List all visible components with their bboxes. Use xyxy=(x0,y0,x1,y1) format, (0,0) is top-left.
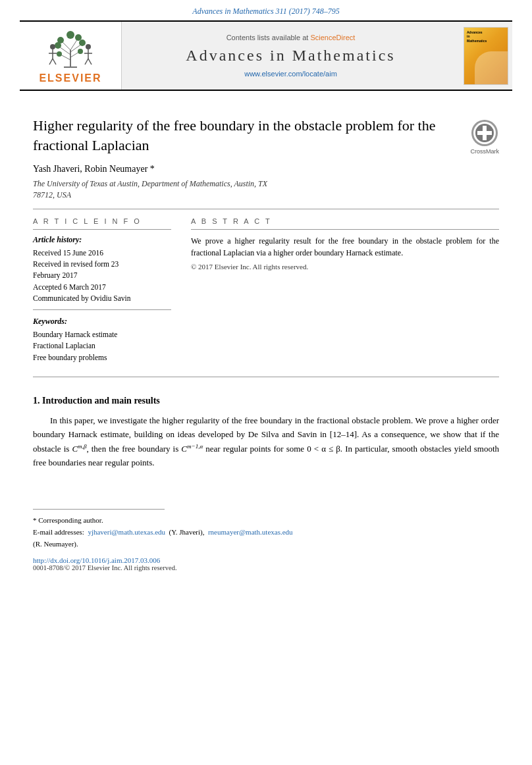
svg-point-20 xyxy=(86,44,91,49)
communicated-by: Communicated by Ovidiu Savin xyxy=(33,293,171,304)
keyword-2: Fractional Laplacian xyxy=(33,340,171,352)
crossmark-label: CrossMark xyxy=(470,148,499,155)
divider-after-affiliation xyxy=(33,209,499,209)
received-revised-2: February 2017 xyxy=(33,270,171,281)
received-revised: Received in revised form 23 xyxy=(33,259,171,270)
email-1-link[interactable]: yjhaveri@math.utexas.edu xyxy=(88,528,165,536)
footnote-divider xyxy=(33,509,165,510)
svg-line-5 xyxy=(62,41,70,50)
journal-name-display: Advances in Mathematics xyxy=(186,47,395,65)
article-info-column: A R T I C L E I N F O Article history: R… xyxy=(33,217,171,363)
info-header-divider xyxy=(33,229,171,230)
elsevier-tree-icon xyxy=(41,27,100,70)
doi-link[interactable]: http://dx.doi.org/10.1016/j.aim.2017.03.… xyxy=(33,556,499,564)
elsevier-logo-section: ELSEVIER xyxy=(20,22,122,90)
svg-line-18 xyxy=(49,59,53,65)
accepted-date: Accepted 6 March 2017 xyxy=(33,282,171,293)
email-addresses-line: E-mail addresses: yjhaveri@math.utexas.e… xyxy=(33,527,499,539)
svg-point-8 xyxy=(78,49,83,54)
section-1-heading: 1. Introduction and main results xyxy=(33,396,499,406)
keyword-1: Boundary Harnack estimate xyxy=(33,329,171,340)
authors-line: Yash Jhaveri, Robin Neumayer * xyxy=(33,164,499,174)
keywords-label: Keywords: xyxy=(33,317,171,327)
journal-url-display[interactable]: www.elsevier.com/locate/aim xyxy=(244,70,337,78)
journal-center-info: Contents lists available at ScienceDirec… xyxy=(122,22,460,90)
svg-point-7 xyxy=(57,51,62,57)
svg-rect-29 xyxy=(477,131,492,135)
affiliation-line: The University of Texas at Austin, Depar… xyxy=(33,178,499,201)
contents-available-text: Contents lists available at ScienceDirec… xyxy=(226,34,356,41)
svg-line-2 xyxy=(70,52,79,57)
journal-reference: Advances in Mathematics 311 (2017) 748–7… xyxy=(0,0,532,20)
svg-line-1 xyxy=(61,55,70,60)
main-content-area: Higher regularity of the free boundary i… xyxy=(0,91,532,585)
svg-line-6 xyxy=(70,39,78,50)
journal-header: ELSEVIER Contents lists available at Sci… xyxy=(20,20,512,91)
info-mid-divider xyxy=(33,309,171,310)
intro-paragraph: In this paper, we investigate the higher… xyxy=(33,414,499,470)
cover-image: AdvancesinMathematics xyxy=(464,27,508,85)
svg-point-12 xyxy=(75,34,82,41)
svg-line-23 xyxy=(85,59,88,65)
info-abstract-columns: A R T I C L E I N F O Article history: R… xyxy=(33,217,499,363)
abstract-header-divider xyxy=(191,229,499,230)
received-date-1: Received 15 June 2016 xyxy=(33,248,171,259)
keywords-section: Keywords: Boundary Harnack estimate Frac… xyxy=(33,317,171,363)
crossmark-icon xyxy=(471,119,498,147)
abstract-header: A B S T R A C T xyxy=(191,217,499,225)
issn-line: 0001-8708/© 2017 Elsevier Inc. All right… xyxy=(33,564,499,571)
copyright-line: © 2017 Elsevier Inc. All rights reserved… xyxy=(191,263,499,271)
corresponding-author-note: * Corresponding author. xyxy=(33,515,499,527)
svg-line-24 xyxy=(88,59,92,65)
svg-line-19 xyxy=(53,59,56,65)
article-title: Higher regularity of the free boundary i… xyxy=(33,116,457,155)
article-title-section: Higher regularity of the free boundary i… xyxy=(33,116,499,155)
footnote-area: * Corresponding author. E-mail addresses… xyxy=(33,509,499,550)
journal-cover-thumbnail: AdvancesinMathematics xyxy=(460,22,512,90)
divider-before-body xyxy=(33,377,499,377)
crossmark-badge[interactable]: CrossMark xyxy=(470,119,499,155)
svg-point-13 xyxy=(66,31,74,39)
svg-point-15 xyxy=(50,44,55,49)
sciencedirect-link[interactable]: ScienceDirect xyxy=(310,34,355,41)
svg-point-11 xyxy=(57,37,64,43)
svg-point-10 xyxy=(79,40,86,46)
author2-name-footnote: (R. Neumayer). xyxy=(33,539,499,550)
keyword-3: Free boundary problems xyxy=(33,352,171,363)
abstract-text: We prove a higher regularity result for … xyxy=(191,235,499,259)
elsevier-brand-text: ELSEVIER xyxy=(39,72,101,84)
email-2-link[interactable]: rneumayer@math.utexas.edu xyxy=(208,528,293,536)
article-info-header: A R T I C L E I N F O xyxy=(33,217,171,225)
article-history-label: Article history: xyxy=(33,235,171,245)
abstract-column: A B S T R A C T We prove a higher regula… xyxy=(191,217,499,363)
